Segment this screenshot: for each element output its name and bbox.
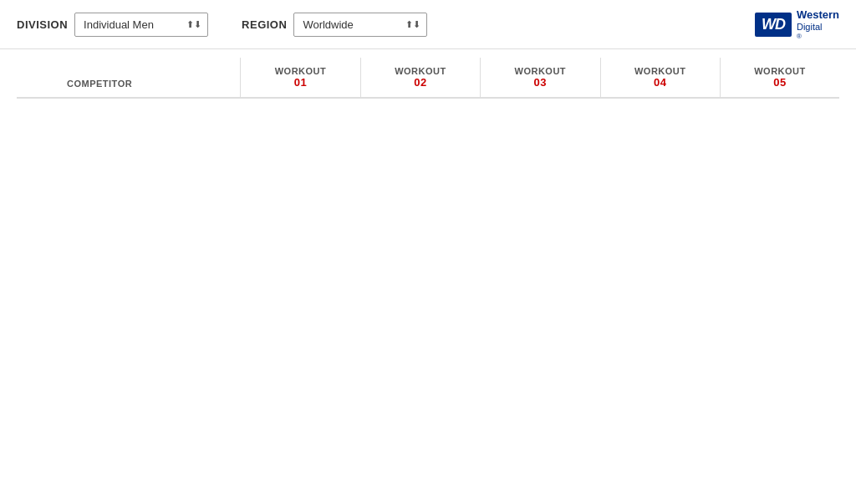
table-header-row: COMPETITOR WORKOUT 01 WORKOUT 02 WORKOUT… xyxy=(17,58,839,98)
workout05-header: WORKOUT 05 xyxy=(720,58,839,98)
workout04-header: WORKOUT 04 xyxy=(600,58,720,98)
workout01-header: WORKOUT 01 xyxy=(241,58,360,98)
division-label: DIVISION xyxy=(17,18,68,31)
division-section: DIVISION Individual Men ⬆⬇ xyxy=(17,13,208,37)
workout03-header: WORKOUT 03 xyxy=(481,58,600,98)
main-content: COMPETITOR WORKOUT 01 WORKOUT 02 WORKOUT… xyxy=(0,49,856,115)
wd-logo: WD Western Digital® xyxy=(755,8,839,40)
leaderboard-table: COMPETITOR WORKOUT 01 WORKOUT 02 WORKOUT… xyxy=(17,58,839,99)
division-select[interactable]: Individual Men xyxy=(74,13,208,37)
header-controls: DIVISION Individual Men ⬆⬇ REGION Worldw… xyxy=(17,13,755,37)
wd-badge: WD xyxy=(755,13,792,37)
division-select-wrapper[interactable]: Individual Men ⬆⬇ xyxy=(74,13,208,37)
competitor-header: COMPETITOR xyxy=(17,58,241,98)
wd-name-line1: Western xyxy=(797,8,839,22)
region-select-wrapper[interactable]: Worldwide ⬆⬇ xyxy=(293,13,427,37)
wd-brand-text: Western Digital® xyxy=(797,8,839,40)
region-section: REGION Worldwide ⬆⬇ xyxy=(242,13,427,37)
wd-name-line2: Digital® xyxy=(797,22,839,41)
page-header: DIVISION Individual Men ⬆⬇ REGION Worldw… xyxy=(0,0,856,49)
region-label: REGION xyxy=(242,18,287,31)
workout02-header: WORKOUT 02 xyxy=(360,58,480,98)
region-select[interactable]: Worldwide xyxy=(293,13,427,37)
